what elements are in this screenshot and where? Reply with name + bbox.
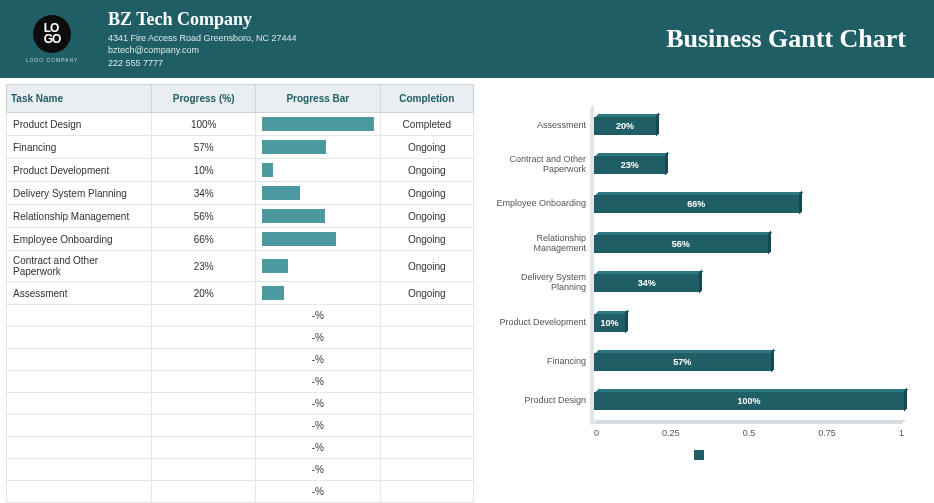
company-address: 4341 Fire Access Road Greensboro, NC 274… xyxy=(108,32,297,45)
logo-caption: LOGO COMPANY xyxy=(26,57,79,63)
col-progress: Progress (%) xyxy=(152,85,256,113)
header: LO GO LOGO COMPANY BZ Tech Company 4341 … xyxy=(0,0,934,78)
cell-progress-bar xyxy=(256,159,381,182)
cell-task-name xyxy=(7,371,152,393)
col-progress-bar: Progress Bar xyxy=(256,85,381,113)
cell-progress-bar: -% xyxy=(256,393,381,415)
table-row-empty[interactable]: -% xyxy=(7,371,474,393)
cell-progress: 34% xyxy=(152,182,256,205)
chart-bar-value: 66% xyxy=(687,199,705,209)
chart-bar: 56% xyxy=(594,235,768,253)
chart-bar-label: Product Development xyxy=(489,318,594,328)
chart-tick: 0.25 xyxy=(662,428,680,438)
company-block: BZ Tech Company 4341 Fire Access Road Gr… xyxy=(108,9,297,70)
cell-progress xyxy=(152,349,256,371)
cell-progress-bar xyxy=(256,251,381,282)
table-row-empty[interactable]: -% xyxy=(7,393,474,415)
cell-completion: Ongoing xyxy=(380,228,473,251)
cell-progress xyxy=(152,327,256,349)
cell-completion xyxy=(380,371,473,393)
table-row[interactable]: Product Design100%Completed xyxy=(7,113,474,136)
cell-completion xyxy=(380,415,473,437)
cell-task-name: Contract and Other Paperwork xyxy=(7,251,152,282)
cell-task-name: Delivery System Planning xyxy=(7,182,152,205)
cell-task-name xyxy=(7,437,152,459)
cell-progress-bar: -% xyxy=(256,371,381,393)
table-row[interactable]: Contract and Other Paperwork23%Ongoing xyxy=(7,251,474,282)
cell-progress-bar: -% xyxy=(256,437,381,459)
table-row-empty[interactable]: -% xyxy=(7,481,474,503)
col-completion: Completion xyxy=(380,85,473,113)
cell-task-name xyxy=(7,415,152,437)
cell-completion xyxy=(380,349,473,371)
cell-progress: 100% xyxy=(152,113,256,136)
table-row[interactable]: Relationship Management56%Ongoing xyxy=(7,205,474,228)
cell-task-name xyxy=(7,459,152,481)
chart-bar-row: Financing57% xyxy=(594,351,904,373)
cell-completion: Ongoing xyxy=(380,159,473,182)
chart-x-axis: 00.250.50.751 xyxy=(594,428,904,438)
cell-progress xyxy=(152,481,256,503)
company-email: bztech@company.com xyxy=(108,44,297,57)
cell-progress xyxy=(152,371,256,393)
chart-tick: 1 xyxy=(899,428,904,438)
cell-completion: Completed xyxy=(380,113,473,136)
chart-bar-value: 57% xyxy=(673,357,691,367)
cell-task-name xyxy=(7,349,152,371)
chart-bar-label: Product Design xyxy=(489,396,594,406)
chart-bar-row: Product Development10% xyxy=(594,312,904,334)
table-row[interactable]: Employee Onboarding66%Ongoing xyxy=(7,228,474,251)
table-row-empty[interactable]: -% xyxy=(7,327,474,349)
cell-progress: 10% xyxy=(152,159,256,182)
table-row[interactable]: Delivery System Planning34%Ongoing xyxy=(7,182,474,205)
chart-bar-row: Relationship Management56% xyxy=(594,233,904,255)
cell-progress-bar xyxy=(256,113,381,136)
table-row-empty[interactable]: -% xyxy=(7,437,474,459)
cell-progress-bar: -% xyxy=(256,459,381,481)
cell-completion: Ongoing xyxy=(380,282,473,305)
chart-bar-row: Contract and Other Paperwork23% xyxy=(594,154,904,176)
cell-completion: Ongoing xyxy=(380,205,473,228)
cell-task-name: Relationship Management xyxy=(7,205,152,228)
page-title: Business Gantt Chart xyxy=(666,24,906,54)
table-row[interactable]: Financing57%Ongoing xyxy=(7,136,474,159)
table-row-empty[interactable]: -% xyxy=(7,415,474,437)
chart-bar-value: 100% xyxy=(737,396,760,406)
table-row[interactable]: Product Development10%Ongoing xyxy=(7,159,474,182)
cell-progress xyxy=(152,393,256,415)
chart-bar: 100% xyxy=(594,392,904,410)
task-table-panel: Task Name Progress (%) Progress Bar Comp… xyxy=(0,78,480,503)
chart-bar: 20% xyxy=(594,117,656,135)
cell-task-name xyxy=(7,481,152,503)
cell-progress-bar: -% xyxy=(256,349,381,371)
logo-icon: LO GO xyxy=(33,15,71,53)
logo: LO GO LOGO COMPANY xyxy=(12,15,92,63)
cell-task-name: Financing xyxy=(7,136,152,159)
table-row[interactable]: Assessment20%Ongoing xyxy=(7,282,474,305)
table-row-empty[interactable]: -% xyxy=(7,349,474,371)
table-row-empty[interactable]: -% xyxy=(7,305,474,327)
cell-progress-bar: -% xyxy=(256,305,381,327)
cell-progress-bar xyxy=(256,282,381,305)
cell-progress-bar xyxy=(256,136,381,159)
cell-task-name: Employee Onboarding xyxy=(7,228,152,251)
chart-panel: Assessment20%Contract and Other Paperwor… xyxy=(480,78,934,503)
cell-progress: 57% xyxy=(152,136,256,159)
chart-bar: 66% xyxy=(594,195,799,213)
table-header-row: Task Name Progress (%) Progress Bar Comp… xyxy=(7,85,474,113)
cell-completion: Ongoing xyxy=(380,182,473,205)
chart-axis-floor xyxy=(592,420,906,424)
cell-progress: 23% xyxy=(152,251,256,282)
cell-completion xyxy=(380,481,473,503)
chart-bar-value: 56% xyxy=(672,239,690,249)
chart-bar-value: 10% xyxy=(600,318,618,328)
chart-bars: Assessment20%Contract and Other Paperwor… xyxy=(594,106,904,421)
chart-bar-row: Delivery System Planning34% xyxy=(594,272,904,294)
chart-legend-swatch xyxy=(694,450,704,460)
chart-bar-row: Employee Onboarding66% xyxy=(594,193,904,215)
cell-completion: Ongoing xyxy=(380,136,473,159)
cell-task-name: Assessment xyxy=(7,282,152,305)
cell-completion xyxy=(380,437,473,459)
cell-task-name: Product Development xyxy=(7,159,152,182)
table-row-empty[interactable]: -% xyxy=(7,459,474,481)
